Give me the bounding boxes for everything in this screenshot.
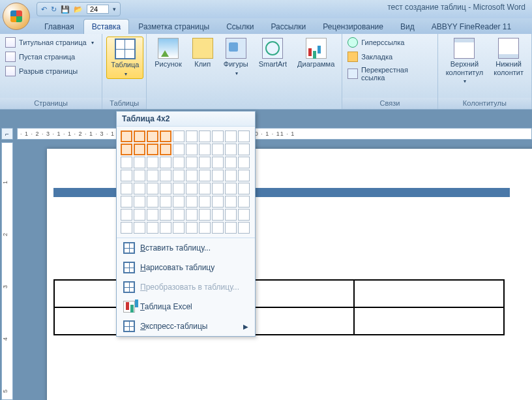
grid-cell[interactable] bbox=[160, 222, 171, 234]
grid-cell[interactable] bbox=[173, 222, 185, 234]
grid-cell[interactable] bbox=[121, 196, 132, 208]
grid-cell[interactable] bbox=[225, 209, 237, 221]
tab-mailings[interactable]: Рассылки bbox=[263, 20, 314, 34]
redo-icon[interactable]: ↻ bbox=[51, 5, 57, 14]
grid-cell[interactable] bbox=[121, 222, 132, 234]
grid-cell[interactable] bbox=[147, 196, 158, 208]
grid-cell[interactable] bbox=[199, 209, 211, 221]
office-button[interactable] bbox=[3, 3, 30, 30]
grid-cell[interactable] bbox=[173, 183, 185, 194]
header-button[interactable]: Верхнийколонтитул ▾ bbox=[442, 37, 488, 86]
grid-cell[interactable] bbox=[147, 222, 158, 234]
footer-button[interactable]: Нижнийколонтит bbox=[490, 37, 527, 78]
page-break-button[interactable]: Разрыв страницы bbox=[4, 65, 95, 77]
grid-cell[interactable] bbox=[238, 222, 250, 234]
grid-cell[interactable] bbox=[134, 196, 145, 208]
qat-dropdown-icon[interactable]: ▾ bbox=[113, 6, 116, 12]
shapes-button[interactable]: Фигуры▾ bbox=[220, 37, 252, 78]
grid-cell[interactable] bbox=[238, 131, 250, 142]
clipart-button[interactable]: Клип bbox=[188, 37, 217, 70]
grid-cell[interactable] bbox=[121, 157, 132, 168]
grid-cell[interactable] bbox=[121, 183, 132, 194]
smartart-button[interactable]: SmartArt bbox=[255, 37, 291, 70]
table-button[interactable]: Таблица▾ bbox=[106, 37, 143, 79]
grid-cell[interactable] bbox=[134, 170, 145, 181]
save-icon[interactable]: 💾 bbox=[61, 5, 70, 14]
grid-cell[interactable] bbox=[134, 183, 145, 194]
ruler-corner[interactable]: ⌐ bbox=[1, 128, 13, 140]
horizontal-ruler[interactable]: · 1 · 2 · 3 · 1 · 1 · 2 · 1 · 3 · 1 · 4 … bbox=[17, 128, 532, 140]
grid-cell[interactable] bbox=[212, 222, 224, 234]
table-menu-item[interactable]: Нарисовать таблицу bbox=[117, 258, 255, 277]
grid-cell[interactable] bbox=[186, 196, 198, 208]
grid-cell[interactable] bbox=[238, 157, 250, 168]
tab-insert[interactable]: Вставка bbox=[83, 19, 130, 34]
tab-abbyy[interactable]: ABBYY FineReader 11 bbox=[424, 20, 520, 34]
grid-cell[interactable] bbox=[173, 144, 185, 155]
grid-cell[interactable] bbox=[121, 144, 132, 155]
zoom-value[interactable]: 24 bbox=[87, 5, 109, 14]
grid-cell[interactable] bbox=[212, 131, 224, 142]
grid-cell[interactable] bbox=[173, 131, 185, 142]
grid-cell[interactable] bbox=[212, 196, 224, 208]
grid-cell[interactable] bbox=[238, 183, 250, 194]
grid-cell[interactable] bbox=[199, 157, 211, 168]
table-size-grid[interactable] bbox=[121, 131, 251, 234]
grid-cell[interactable] bbox=[199, 222, 211, 234]
grid-cell[interactable] bbox=[173, 196, 185, 208]
grid-cell[interactable] bbox=[225, 157, 237, 168]
grid-cell[interactable] bbox=[134, 222, 145, 234]
tab-home[interactable]: Главная bbox=[37, 20, 82, 34]
grid-cell[interactable] bbox=[121, 209, 132, 221]
undo-icon[interactable]: ↶ bbox=[41, 5, 47, 14]
tab-references[interactable]: Ссылки bbox=[218, 20, 261, 34]
grid-cell[interactable] bbox=[199, 170, 211, 181]
grid-cell[interactable] bbox=[199, 196, 211, 208]
grid-cell[interactable] bbox=[134, 157, 145, 168]
grid-cell[interactable] bbox=[173, 170, 185, 181]
grid-cell[interactable] bbox=[147, 209, 158, 221]
tab-review[interactable]: Рецензирование bbox=[315, 20, 391, 34]
grid-cell[interactable] bbox=[160, 157, 171, 168]
grid-cell[interactable] bbox=[134, 144, 145, 155]
cover-page-button[interactable]: Титульная страница▾ bbox=[4, 37, 95, 48]
grid-cell[interactable] bbox=[186, 209, 198, 221]
grid-cell[interactable] bbox=[186, 222, 198, 234]
grid-cell[interactable] bbox=[147, 170, 158, 181]
vertical-ruler[interactable]: 1 2 3 4 5 bbox=[1, 142, 13, 400]
grid-cell[interactable] bbox=[225, 183, 237, 194]
table-menu-item[interactable]: Таблица Excel bbox=[117, 297, 255, 316]
grid-cell[interactable] bbox=[212, 170, 224, 181]
grid-cell[interactable] bbox=[212, 183, 224, 194]
grid-cell[interactable] bbox=[225, 170, 237, 181]
grid-cell[interactable] bbox=[160, 183, 171, 194]
grid-cell[interactable] bbox=[160, 196, 171, 208]
grid-cell[interactable] bbox=[134, 209, 145, 221]
tab-pagelayout[interactable]: Разметка страницы bbox=[130, 20, 217, 34]
grid-cell[interactable] bbox=[147, 131, 158, 142]
grid-cell[interactable] bbox=[134, 131, 145, 142]
grid-cell[interactable] bbox=[186, 183, 198, 194]
grid-cell[interactable] bbox=[186, 170, 198, 181]
grid-cell[interactable] bbox=[147, 144, 158, 155]
grid-cell[interactable] bbox=[199, 144, 211, 155]
crossref-button[interactable]: Перекрестная ссылка bbox=[346, 65, 433, 82]
grid-cell[interactable] bbox=[212, 209, 224, 221]
grid-cell[interactable] bbox=[160, 209, 171, 221]
table-menu-item[interactable]: Вставить таблицу... bbox=[117, 238, 255, 258]
grid-cell[interactable] bbox=[238, 170, 250, 181]
grid-cell[interactable] bbox=[225, 222, 237, 234]
grid-cell[interactable] bbox=[225, 196, 237, 208]
grid-cell[interactable] bbox=[186, 157, 198, 168]
grid-cell[interactable] bbox=[160, 170, 171, 181]
grid-cell[interactable] bbox=[121, 170, 132, 181]
hyperlink-button[interactable]: Гиперссылка bbox=[346, 37, 433, 48]
grid-cell[interactable] bbox=[212, 157, 224, 168]
grid-cell[interactable] bbox=[121, 131, 132, 142]
grid-cell[interactable] bbox=[238, 196, 250, 208]
grid-cell[interactable] bbox=[225, 144, 237, 155]
grid-cell[interactable] bbox=[173, 209, 185, 221]
grid-cell[interactable] bbox=[186, 131, 198, 142]
grid-cell[interactable] bbox=[225, 131, 237, 142]
grid-cell[interactable] bbox=[160, 144, 171, 155]
